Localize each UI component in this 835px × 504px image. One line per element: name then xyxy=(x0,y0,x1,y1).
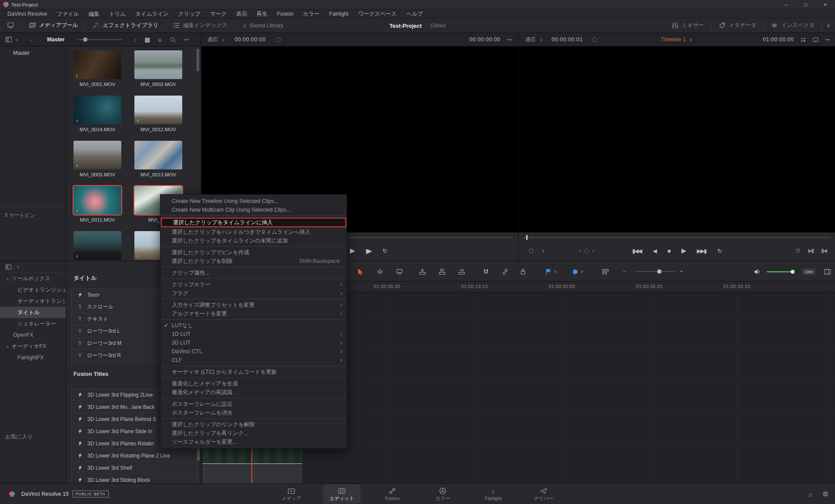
loop-icon[interactable]: ↻ xyxy=(717,248,721,254)
toolbar-button-panel-layout[interactable] xyxy=(0,18,21,33)
media-clip-thumbnail[interactable]: ♪ xyxy=(73,50,121,79)
menu-item-11[interactable]: Fairlight xyxy=(324,10,353,18)
context-menu-item[interactable]: 選択したクリップをタイムラインに挿入 xyxy=(161,218,346,227)
media-clip-thumbnail[interactable]: ♪ xyxy=(73,141,121,169)
bin-item-master[interactable]: Master xyxy=(13,50,30,56)
more-icon[interactable]: ••• xyxy=(825,37,830,42)
monitor-icon[interactable] xyxy=(812,36,819,43)
play-icon[interactable]: ▶ xyxy=(681,247,686,255)
list-view-icon[interactable]: ≡ xyxy=(158,36,162,43)
bin-view-icon[interactable] xyxy=(5,36,12,43)
context-menu-item[interactable]: 選択したクリップを削除Shift+Backspace xyxy=(160,257,347,265)
toolbar-button-メタデータ[interactable]: メタデータ xyxy=(711,18,764,33)
speaker-icon[interactable] xyxy=(751,261,763,282)
sidebar-item-favorites[interactable]: お気に入り xyxy=(5,433,33,441)
timeline-clip-audio[interactable] xyxy=(202,463,302,483)
media-pool-scrollbar[interactable] xyxy=(197,49,199,71)
context-menu-item[interactable]: クリップ属性... xyxy=(160,269,347,277)
timeline-playhead[interactable] xyxy=(251,446,252,483)
toolbar-button-インスペクタ[interactable]: インスペクタ xyxy=(764,18,822,33)
menu-item-7[interactable]: 表示 xyxy=(231,10,252,18)
context-menu-item[interactable]: 選択したクリップをタイムラインの末尾に追加 xyxy=(160,236,347,245)
context-menu-item[interactable]: 3D LUT› xyxy=(160,338,347,347)
menu-item-3[interactable]: トリム xyxy=(104,10,130,18)
menu-item-9[interactable]: Fusion xyxy=(272,10,298,18)
sidebar-item-OpenFX[interactable]: OpenFX xyxy=(0,329,66,341)
dim-button[interactable]: DIM xyxy=(802,261,816,282)
menu-item-6[interactable]: マーク xyxy=(205,10,231,18)
menu-item-13[interactable]: ヘルプ xyxy=(401,10,428,18)
sidebar-item-タイトル[interactable]: タイトル xyxy=(0,307,66,318)
toolbar-button-編集インデックス[interactable]: 編集インデックス xyxy=(166,18,234,33)
toolbar-button-メディアプール[interactable]: メディアプール xyxy=(22,18,85,33)
loop-icon[interactable]: ↻ xyxy=(382,248,386,254)
timeline-scrub-bar[interactable] xyxy=(523,237,831,238)
play-icon[interactable]: ▶ xyxy=(350,247,354,255)
split-panel-icon[interactable] xyxy=(821,261,833,282)
grid-view-icon[interactable]: ▦ xyxy=(144,36,150,43)
context-menu-item[interactable]: フラグ› xyxy=(160,289,347,298)
media-clip-thumbnail[interactable]: ♪ xyxy=(73,231,121,260)
zoom-out-icon[interactable]: − xyxy=(620,261,628,282)
back-icon[interactable]: ‹ xyxy=(30,36,33,43)
page-tab-エディット[interactable]: エディット xyxy=(323,484,361,504)
context-menu-item[interactable]: Create New Multicam Clip Using Selected … xyxy=(160,206,347,214)
context-menu-item[interactable]: オーディオ (LTC) からタイムコードを更新 xyxy=(160,368,347,376)
context-menu-item[interactable]: CLF› xyxy=(160,356,347,365)
stop-icon[interactable]: ■ xyxy=(668,248,670,254)
media-clip-thumbnail[interactable]: ♪ xyxy=(134,141,182,169)
source-timecode[interactable]: 00:00:00:00 xyxy=(234,36,266,43)
page-tab-Fairlight[interactable]: ♪Fairlight xyxy=(474,484,512,504)
step-back-icon[interactable]: ◀ xyxy=(653,248,656,254)
page-tab-メディア[interactable]: メディア xyxy=(273,484,310,504)
sidebar-item-オーディオトランジ...[interactable]: オーディオトランジ... xyxy=(0,295,66,307)
page-tab-Fusion[interactable]: Fusion xyxy=(374,484,411,504)
media-clip-thumbnail[interactable]: ♪ xyxy=(73,186,121,215)
timeline-name-select[interactable]: Timeline 1 xyxy=(661,36,686,43)
timeline-timecode[interactable]: 00:00:00:01 xyxy=(551,36,583,43)
menu-item-5[interactable]: クリップ xyxy=(174,10,205,18)
context-menu-item[interactable]: ポスターフレームを消去 xyxy=(160,408,347,417)
scrub-playhead[interactable] xyxy=(526,235,528,240)
effects-library-header[interactable]: ∨ xyxy=(0,261,66,273)
context-menu-item[interactable]: 最適化したメディアを生成 xyxy=(160,379,347,388)
context-menu-item[interactable]: 1D LUT› xyxy=(160,330,347,338)
context-menu-item[interactable]: 入力サイズ調整プリセットを変更› xyxy=(160,301,347,309)
blade-edit-icon[interactable] xyxy=(393,261,405,282)
search-icon[interactable] xyxy=(170,36,176,43)
context-menu-item[interactable]: 選択したクリップのリンクを解除 xyxy=(160,420,347,429)
toolbar-button-エフェクトライブラリ[interactable]: エフェクトライブラリ xyxy=(85,18,165,33)
menu-item-12[interactable]: ワークスペース xyxy=(353,10,401,18)
sidebar-item-ジェネレーター[interactable]: ジェネレーター xyxy=(0,318,66,329)
more-icon[interactable]: ••• xyxy=(184,37,189,42)
gear-icon[interactable] xyxy=(822,491,829,497)
zoom-slider-handle[interactable] xyxy=(657,269,661,274)
trim-mode-icon[interactable] xyxy=(374,261,386,282)
sidebar-item-ビデオトランジション[interactable]: ビデオトランジション xyxy=(0,284,66,295)
menu-item-10[interactable]: カラー xyxy=(298,10,324,18)
page-tab-デリバー[interactable]: デリバー xyxy=(525,484,562,504)
context-menu-item[interactable]: ポスターフレームに設定 xyxy=(160,400,347,408)
context-menu-item[interactable]: アルファモードを変更› xyxy=(160,309,347,318)
prev-edit-icon[interactable]: ▮◀ xyxy=(821,248,826,254)
toolbar-button-ミキサー[interactable]: ミキサー xyxy=(665,18,711,33)
thumbnail-size-slider[interactable] xyxy=(77,39,123,40)
position-lock-icon[interactable] xyxy=(517,261,529,282)
slider-handle[interactable] xyxy=(83,37,87,42)
panel-collapse-chevron[interactable]: ∨ xyxy=(822,18,835,33)
context-menu-item[interactable]: 最適化メディアの再認識 xyxy=(160,388,347,397)
menu-item-2[interactable]: 編集 xyxy=(84,10,104,18)
smart-bins-label[interactable]: スマートビン xyxy=(3,212,35,219)
media-clip-thumbnail[interactable]: ♪ xyxy=(73,96,121,124)
zoom-slider-track[interactable] xyxy=(635,271,675,272)
home-icon[interactable]: ⌂ xyxy=(808,491,812,498)
match-frame-icon[interactable]: ⊡ xyxy=(796,248,800,254)
context-menu-item[interactable]: ソースフォルダーを変更... xyxy=(160,438,347,446)
insert-clip-icon[interactable] xyxy=(416,261,428,282)
volume-slider-handle[interactable] xyxy=(791,270,795,274)
chevron-down-icon[interactable]: ∨ xyxy=(578,261,585,282)
scopes-icon[interactable] xyxy=(800,36,806,43)
sidebar-item-FairlightFX[interactable]: FairlightFX xyxy=(0,352,66,363)
snapping-magnet-icon[interactable] xyxy=(480,261,492,282)
linked-selection-icon[interactable] xyxy=(499,261,511,282)
